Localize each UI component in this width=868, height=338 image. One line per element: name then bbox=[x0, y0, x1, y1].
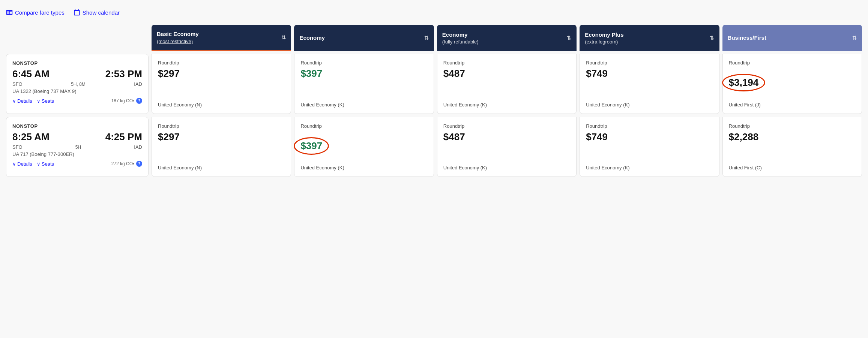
flight-2-line2 bbox=[85, 147, 130, 147]
flight-1-dest: IAD bbox=[134, 81, 142, 87]
flight-1-times: 6:45 AM 2:53 PM bbox=[12, 68, 142, 80]
col-title-business: Business/First bbox=[728, 34, 850, 42]
flight-1-line bbox=[26, 84, 67, 84]
flight-2-footer: ∨ Details ∨ Seats 272 kg CO₂ ? bbox=[12, 161, 142, 167]
flight-2-stop-type: NONSTOP bbox=[12, 123, 142, 129]
fare-cell-2-economy-plus[interactable]: Roundtrip $749 United Economy (K) bbox=[580, 117, 719, 177]
header-row: Basic Economy (most restrictive) ⇅ Econo… bbox=[6, 25, 862, 51]
flight-card-2: NONSTOP 8:25 AM 4:25 PM SFO 5H IAD UA 71… bbox=[6, 117, 149, 177]
flight-2-aircraft: UA 717 (Boeing 777-300ER) bbox=[12, 151, 142, 157]
flight-2-origin: SFO bbox=[12, 144, 23, 150]
fare-cell-1-basic-economy[interactable]: Roundtrip $297 United Economy (N) bbox=[152, 54, 291, 114]
flight-2-depart: 8:25 AM bbox=[12, 131, 50, 143]
fare-2-0-price: $297 bbox=[158, 131, 285, 143]
flight-1-details-link[interactable]: ∨ Details bbox=[12, 98, 32, 104]
fare-cell-1-economy[interactable]: Roundtrip $397 United Economy (K) bbox=[294, 54, 434, 114]
flight-1-origin: SFO bbox=[12, 81, 23, 87]
flight-row-2: NONSTOP 8:25 AM 4:25 PM SFO 5H IAD UA 71… bbox=[6, 117, 862, 177]
col-header-economy-plus[interactable]: Economy Plus (extra legroom) ⇅ bbox=[580, 25, 719, 51]
flight-row-1: NONSTOP 6:45 AM 2:53 PM SFO 5H, 8M IAD U… bbox=[6, 54, 862, 114]
flight-1-co2: 187 kg CO₂ ? bbox=[111, 98, 142, 104]
fare-1-4-price-wrapper: $3,194 bbox=[729, 77, 856, 88]
co2-help-icon-2[interactable]: ? bbox=[136, 161, 142, 167]
col-subtitle-economy-refundable: (fully refundable) bbox=[442, 39, 565, 45]
compare-fare-types-link[interactable]: Compare fare types bbox=[6, 9, 65, 16]
sort-icon-economy[interactable]: ⇅ bbox=[424, 35, 429, 41]
fare-2-1-price: $397 bbox=[300, 140, 322, 152]
flight-2-dest: IAD bbox=[134, 144, 142, 150]
chevron-down-icon-2: ∨ bbox=[12, 161, 16, 167]
flight-1-stop-type: NONSTOP bbox=[12, 60, 142, 66]
fare-1-1-label: Roundtrip bbox=[300, 60, 427, 66]
col-header-basic-economy[interactable]: Basic Economy (most restrictive) ⇅ bbox=[152, 25, 291, 51]
show-calendar-link[interactable]: Show calendar bbox=[74, 9, 120, 16]
fare-cell-2-business[interactable]: Roundtrip $2,288 United First (C) bbox=[722, 117, 862, 177]
flight-2-times: 8:25 AM 4:25 PM bbox=[12, 131, 142, 143]
fare-2-1-label: Roundtrip bbox=[300, 123, 427, 129]
fare-cell-2-basic-economy[interactable]: Roundtrip $297 United Economy (N) bbox=[152, 117, 291, 177]
fare-1-0-price: $297 bbox=[158, 68, 285, 79]
fare-1-3-class: United Economy (K) bbox=[586, 102, 713, 108]
chevron-down-icon-seats: ∨ bbox=[37, 98, 41, 104]
fare-2-2-price: $487 bbox=[443, 131, 570, 143]
flight-1-aircraft: UA 1322 (Boeing 737 MAX 9) bbox=[12, 88, 142, 94]
fare-1-2-price: $487 bbox=[443, 68, 570, 79]
sort-icon-economy-plus[interactable]: ⇅ bbox=[710, 35, 714, 41]
chevron-down-icon: ∨ bbox=[12, 98, 16, 104]
toolbar: Compare fare types Show calendar bbox=[6, 6, 862, 19]
fare-2-3-label: Roundtrip bbox=[586, 123, 713, 129]
flight-2-duration: 5H bbox=[75, 145, 81, 150]
flight-2-seats-link[interactable]: ∨ Seats bbox=[37, 161, 54, 167]
fare-2-2-label: Roundtrip bbox=[443, 123, 570, 129]
fare-2-3-class: United Economy (K) bbox=[586, 165, 713, 170]
fare-1-2-label: Roundtrip bbox=[443, 60, 570, 66]
fare-cell-2-economy-refundable[interactable]: Roundtrip $487 United Economy (K) bbox=[437, 117, 577, 177]
fare-2-3-price: $749 bbox=[586, 131, 713, 143]
sort-icon-basic-economy[interactable]: ⇅ bbox=[281, 34, 286, 40]
flight-1-seats-link[interactable]: ∨ Seats bbox=[37, 98, 54, 104]
fare-2-0-class: United Economy (N) bbox=[158, 165, 285, 170]
col-header-business[interactable]: Business/First ⇅ bbox=[722, 25, 862, 51]
flight-2-arrive: 4:25 PM bbox=[105, 131, 142, 143]
fare-2-1-price-wrapper: $397 bbox=[300, 140, 427, 152]
fare-1-1-price: $397 bbox=[300, 68, 427, 79]
flight-2-line bbox=[26, 147, 72, 147]
fare-cell-2-economy[interactable]: Roundtrip $397 United Economy (K) bbox=[294, 117, 434, 177]
empty-header-cell bbox=[6, 25, 149, 51]
fare-2-4-price: $2,288 bbox=[729, 131, 856, 143]
calendar-icon bbox=[74, 9, 80, 16]
fare-1-4-label: Roundtrip bbox=[729, 60, 856, 66]
chevron-down-icon-seats-2: ∨ bbox=[37, 161, 41, 167]
flight-card-1: NONSTOP 6:45 AM 2:53 PM SFO 5H, 8M IAD U… bbox=[6, 54, 149, 114]
fare-1-0-label: Roundtrip bbox=[158, 60, 285, 66]
flight-2-links: ∨ Details ∨ Seats bbox=[12, 161, 54, 167]
fare-cell-1-economy-refundable[interactable]: Roundtrip $487 United Economy (K) bbox=[437, 54, 577, 114]
flight-1-arrive: 2:53 PM bbox=[105, 68, 142, 80]
sort-icon-economy-refundable[interactable]: ⇅ bbox=[567, 35, 571, 41]
flight-1-line2 bbox=[89, 84, 130, 84]
col-title-basic-economy: Basic Economy bbox=[157, 30, 279, 38]
fare-1-4-price: $3,194 bbox=[729, 77, 759, 88]
fare-comparison-table: Basic Economy (most restrictive) ⇅ Econo… bbox=[6, 25, 862, 177]
col-subtitle-economy-plus: (extra legroom) bbox=[585, 39, 707, 45]
fare-cell-1-economy-plus[interactable]: Roundtrip $749 United Economy (K) bbox=[580, 54, 719, 114]
co2-help-icon-1[interactable]: ? bbox=[136, 98, 142, 104]
fare-2-4-label: Roundtrip bbox=[729, 123, 856, 129]
col-title-economy-refundable: Economy bbox=[442, 31, 565, 39]
flight-2-co2: 272 kg CO₂ ? bbox=[111, 161, 142, 167]
flight-1-route: SFO 5H, 8M IAD bbox=[12, 81, 142, 87]
col-title-economy-plus: Economy Plus bbox=[585, 31, 707, 39]
flight-1-footer: ∨ Details ∨ Seats 187 kg CO₂ ? bbox=[12, 98, 142, 104]
show-calendar-label: Show calendar bbox=[83, 9, 120, 16]
flight-1-depart: 6:45 AM bbox=[12, 68, 50, 80]
col-header-economy-refundable[interactable]: Economy (fully refundable) ⇅ bbox=[437, 25, 577, 51]
flight-1-links: ∨ Details ∨ Seats bbox=[12, 98, 54, 104]
fare-2-2-class: United Economy (K) bbox=[443, 165, 570, 170]
col-subtitle-basic-economy: (most restrictive) bbox=[157, 39, 279, 44]
sort-icon-business[interactable]: ⇅ bbox=[852, 35, 857, 41]
fare-cell-1-business[interactable]: Roundtrip $3,194 United First (J) bbox=[722, 54, 862, 114]
fare-1-3-price: $749 bbox=[586, 68, 713, 79]
col-header-economy[interactable]: Economy ⇅ bbox=[294, 25, 434, 51]
flight-2-route: SFO 5H IAD bbox=[12, 144, 142, 150]
flight-2-details-link[interactable]: ∨ Details bbox=[12, 161, 32, 167]
